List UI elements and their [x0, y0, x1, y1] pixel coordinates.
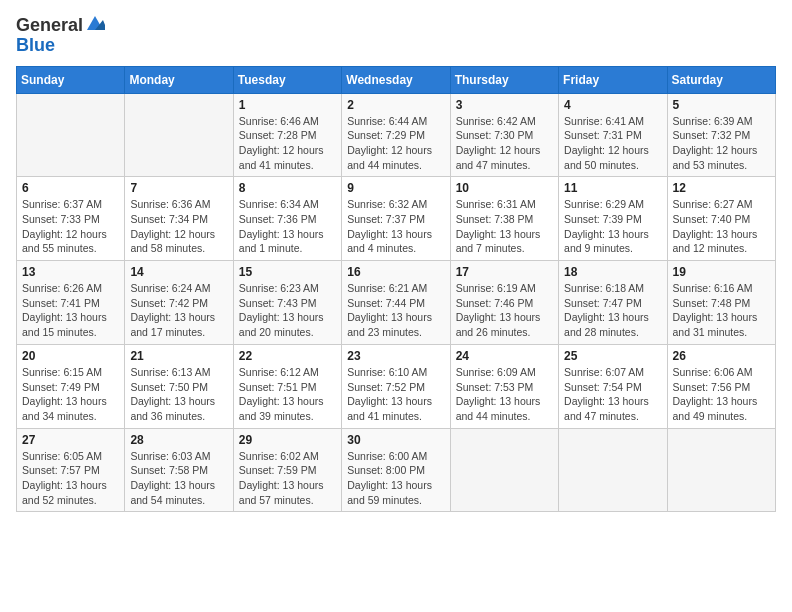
day-cell: 23Sunrise: 6:10 AM Sunset: 7:52 PM Dayli… — [342, 344, 450, 428]
day-cell: 4Sunrise: 6:41 AM Sunset: 7:31 PM Daylig… — [559, 93, 667, 177]
day-detail: Sunrise: 6:44 AM Sunset: 7:29 PM Dayligh… — [347, 114, 444, 173]
day-header-friday: Friday — [559, 66, 667, 93]
day-header-monday: Monday — [125, 66, 233, 93]
week-row-2: 6Sunrise: 6:37 AM Sunset: 7:33 PM Daylig… — [17, 177, 776, 261]
day-number: 3 — [456, 98, 553, 112]
day-detail: Sunrise: 6:06 AM Sunset: 7:56 PM Dayligh… — [673, 365, 770, 424]
page-header: General Blue — [16, 16, 776, 56]
day-detail: Sunrise: 6:18 AM Sunset: 7:47 PM Dayligh… — [564, 281, 661, 340]
day-number: 25 — [564, 349, 661, 363]
day-cell: 24Sunrise: 6:09 AM Sunset: 7:53 PM Dayli… — [450, 344, 558, 428]
day-cell: 28Sunrise: 6:03 AM Sunset: 7:58 PM Dayli… — [125, 428, 233, 512]
day-number: 30 — [347, 433, 444, 447]
day-detail: Sunrise: 6:37 AM Sunset: 7:33 PM Dayligh… — [22, 197, 119, 256]
day-detail: Sunrise: 6:46 AM Sunset: 7:28 PM Dayligh… — [239, 114, 336, 173]
day-number: 9 — [347, 181, 444, 195]
day-number: 24 — [456, 349, 553, 363]
day-number: 7 — [130, 181, 227, 195]
day-detail: Sunrise: 6:05 AM Sunset: 7:57 PM Dayligh… — [22, 449, 119, 508]
day-cell: 9Sunrise: 6:32 AM Sunset: 7:37 PM Daylig… — [342, 177, 450, 261]
day-detail: Sunrise: 6:31 AM Sunset: 7:38 PM Dayligh… — [456, 197, 553, 256]
day-number: 16 — [347, 265, 444, 279]
day-number: 19 — [673, 265, 770, 279]
day-header-saturday: Saturday — [667, 66, 775, 93]
day-cell — [450, 428, 558, 512]
day-cell: 17Sunrise: 6:19 AM Sunset: 7:46 PM Dayli… — [450, 261, 558, 345]
day-cell: 25Sunrise: 6:07 AM Sunset: 7:54 PM Dayli… — [559, 344, 667, 428]
day-cell: 10Sunrise: 6:31 AM Sunset: 7:38 PM Dayli… — [450, 177, 558, 261]
day-detail: Sunrise: 6:36 AM Sunset: 7:34 PM Dayligh… — [130, 197, 227, 256]
header-row: SundayMondayTuesdayWednesdayThursdayFrid… — [17, 66, 776, 93]
day-cell: 22Sunrise: 6:12 AM Sunset: 7:51 PM Dayli… — [233, 344, 341, 428]
day-detail: Sunrise: 6:34 AM Sunset: 7:36 PM Dayligh… — [239, 197, 336, 256]
day-detail: Sunrise: 6:00 AM Sunset: 8:00 PM Dayligh… — [347, 449, 444, 508]
day-cell: 1Sunrise: 6:46 AM Sunset: 7:28 PM Daylig… — [233, 93, 341, 177]
day-number: 10 — [456, 181, 553, 195]
logo-blue: Blue — [16, 36, 105, 56]
day-cell: 11Sunrise: 6:29 AM Sunset: 7:39 PM Dayli… — [559, 177, 667, 261]
day-cell: 18Sunrise: 6:18 AM Sunset: 7:47 PM Dayli… — [559, 261, 667, 345]
day-cell: 8Sunrise: 6:34 AM Sunset: 7:36 PM Daylig… — [233, 177, 341, 261]
day-number: 29 — [239, 433, 336, 447]
day-cell: 5Sunrise: 6:39 AM Sunset: 7:32 PM Daylig… — [667, 93, 775, 177]
day-number: 6 — [22, 181, 119, 195]
day-detail: Sunrise: 6:13 AM Sunset: 7:50 PM Dayligh… — [130, 365, 227, 424]
day-cell: 16Sunrise: 6:21 AM Sunset: 7:44 PM Dayli… — [342, 261, 450, 345]
day-cell: 19Sunrise: 6:16 AM Sunset: 7:48 PM Dayli… — [667, 261, 775, 345]
day-number: 18 — [564, 265, 661, 279]
logo: General Blue — [16, 16, 105, 56]
day-number: 14 — [130, 265, 227, 279]
day-detail: Sunrise: 6:39 AM Sunset: 7:32 PM Dayligh… — [673, 114, 770, 173]
day-number: 20 — [22, 349, 119, 363]
day-detail: Sunrise: 6:41 AM Sunset: 7:31 PM Dayligh… — [564, 114, 661, 173]
day-detail: Sunrise: 6:09 AM Sunset: 7:53 PM Dayligh… — [456, 365, 553, 424]
day-cell: 6Sunrise: 6:37 AM Sunset: 7:33 PM Daylig… — [17, 177, 125, 261]
day-detail: Sunrise: 6:03 AM Sunset: 7:58 PM Dayligh… — [130, 449, 227, 508]
day-detail: Sunrise: 6:27 AM Sunset: 7:40 PM Dayligh… — [673, 197, 770, 256]
day-number: 12 — [673, 181, 770, 195]
day-number: 21 — [130, 349, 227, 363]
calendar-table: SundayMondayTuesdayWednesdayThursdayFrid… — [16, 66, 776, 513]
logo-icon — [85, 14, 105, 34]
day-number: 15 — [239, 265, 336, 279]
day-number: 1 — [239, 98, 336, 112]
day-detail: Sunrise: 6:19 AM Sunset: 7:46 PM Dayligh… — [456, 281, 553, 340]
day-cell — [667, 428, 775, 512]
day-number: 27 — [22, 433, 119, 447]
day-cell: 13Sunrise: 6:26 AM Sunset: 7:41 PM Dayli… — [17, 261, 125, 345]
day-number: 11 — [564, 181, 661, 195]
day-cell: 21Sunrise: 6:13 AM Sunset: 7:50 PM Dayli… — [125, 344, 233, 428]
day-cell: 27Sunrise: 6:05 AM Sunset: 7:57 PM Dayli… — [17, 428, 125, 512]
day-detail: Sunrise: 6:12 AM Sunset: 7:51 PM Dayligh… — [239, 365, 336, 424]
day-detail: Sunrise: 6:07 AM Sunset: 7:54 PM Dayligh… — [564, 365, 661, 424]
day-cell: 20Sunrise: 6:15 AM Sunset: 7:49 PM Dayli… — [17, 344, 125, 428]
day-cell: 26Sunrise: 6:06 AM Sunset: 7:56 PM Dayli… — [667, 344, 775, 428]
day-number: 22 — [239, 349, 336, 363]
day-detail: Sunrise: 6:32 AM Sunset: 7:37 PM Dayligh… — [347, 197, 444, 256]
day-cell: 14Sunrise: 6:24 AM Sunset: 7:42 PM Dayli… — [125, 261, 233, 345]
day-detail: Sunrise: 6:15 AM Sunset: 7:49 PM Dayligh… — [22, 365, 119, 424]
day-cell: 30Sunrise: 6:00 AM Sunset: 8:00 PM Dayli… — [342, 428, 450, 512]
day-number: 23 — [347, 349, 444, 363]
week-row-5: 27Sunrise: 6:05 AM Sunset: 7:57 PM Dayli… — [17, 428, 776, 512]
day-number: 17 — [456, 265, 553, 279]
day-number: 13 — [22, 265, 119, 279]
day-number: 8 — [239, 181, 336, 195]
day-detail: Sunrise: 6:10 AM Sunset: 7:52 PM Dayligh… — [347, 365, 444, 424]
day-cell: 29Sunrise: 6:02 AM Sunset: 7:59 PM Dayli… — [233, 428, 341, 512]
day-cell: 15Sunrise: 6:23 AM Sunset: 7:43 PM Dayli… — [233, 261, 341, 345]
day-detail: Sunrise: 6:42 AM Sunset: 7:30 PM Dayligh… — [456, 114, 553, 173]
week-row-3: 13Sunrise: 6:26 AM Sunset: 7:41 PM Dayli… — [17, 261, 776, 345]
day-detail: Sunrise: 6:29 AM Sunset: 7:39 PM Dayligh… — [564, 197, 661, 256]
day-detail: Sunrise: 6:21 AM Sunset: 7:44 PM Dayligh… — [347, 281, 444, 340]
week-row-1: 1Sunrise: 6:46 AM Sunset: 7:28 PM Daylig… — [17, 93, 776, 177]
day-number: 26 — [673, 349, 770, 363]
day-detail: Sunrise: 6:02 AM Sunset: 7:59 PM Dayligh… — [239, 449, 336, 508]
day-header-tuesday: Tuesday — [233, 66, 341, 93]
calendar-body: 1Sunrise: 6:46 AM Sunset: 7:28 PM Daylig… — [17, 93, 776, 512]
day-detail: Sunrise: 6:16 AM Sunset: 7:48 PM Dayligh… — [673, 281, 770, 340]
logo-general: General — [16, 16, 83, 36]
day-number: 4 — [564, 98, 661, 112]
day-cell: 7Sunrise: 6:36 AM Sunset: 7:34 PM Daylig… — [125, 177, 233, 261]
day-cell: 3Sunrise: 6:42 AM Sunset: 7:30 PM Daylig… — [450, 93, 558, 177]
